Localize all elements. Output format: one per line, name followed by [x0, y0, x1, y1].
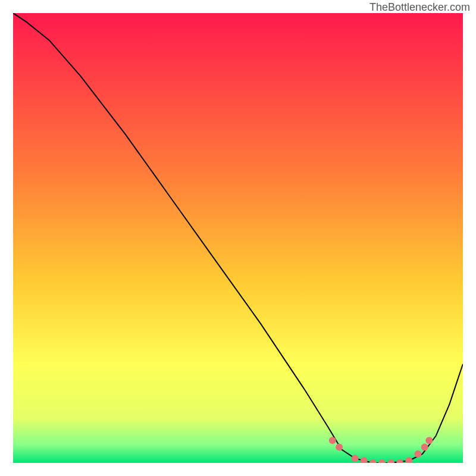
chart-svg: [13, 13, 463, 463]
chart-plot-area: [13, 13, 463, 463]
marker-dot: [414, 450, 421, 458]
marker-dot: [352, 455, 359, 462]
marker-dot: [425, 437, 433, 444]
gradient-background: [13, 13, 463, 463]
marker-dot: [336, 444, 343, 451]
marker-dot: [421, 444, 428, 451]
marker-dot: [329, 437, 336, 444]
chart-container: TheBottlenecker.com: [0, 0, 476, 476]
watermark-text: TheBottlenecker.com: [369, 1, 470, 14]
